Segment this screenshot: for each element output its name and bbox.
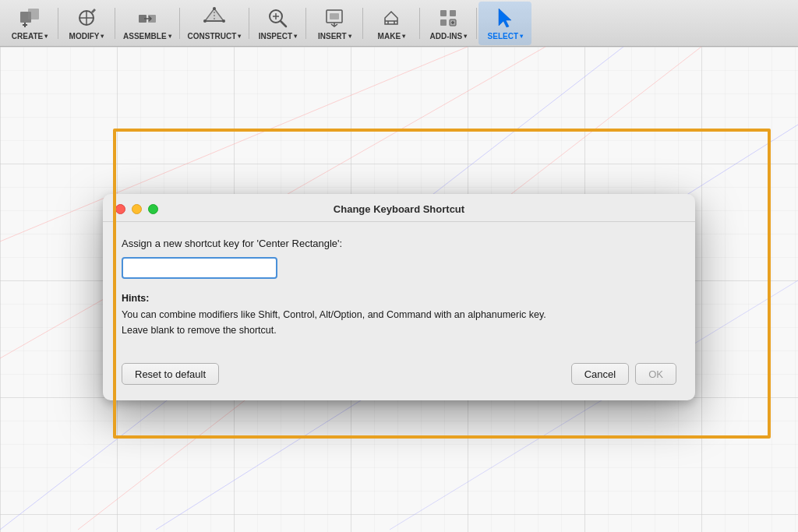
hints-title: Hints: <box>122 293 676 304</box>
cancel-button[interactable]: Cancel <box>571 363 629 385</box>
button-group-right: Cancel OK <box>571 363 676 385</box>
dialog-title: Change Keyboard Shortcut <box>334 203 464 215</box>
minimize-button[interactable] <box>132 204 142 214</box>
reset-to-default-button[interactable]: Reset to default <box>122 363 219 385</box>
shortcut-input[interactable] <box>122 257 277 279</box>
hints-section: Hints: You can combine modifiers like Sh… <box>122 293 676 338</box>
hints-line1: You can combine modifiers like Shift, Co… <box>122 307 676 322</box>
traffic-lights <box>115 204 158 214</box>
ok-button[interactable]: OK <box>635 363 676 385</box>
modal-backdrop: Change Keyboard Shortcut Assign a new sh… <box>0 0 798 532</box>
shortcut-label: Assign a new shortcut key for 'Center Re… <box>122 238 676 249</box>
dialog-footer: Reset to default Cancel OK <box>103 354 695 400</box>
hints-line2: Leave blank to remove the shortcut. <box>122 322 676 338</box>
dialog-body: Assign a new shortcut key for 'Center Re… <box>103 222 695 354</box>
dialog-titlebar: Change Keyboard Shortcut <box>103 194 695 222</box>
close-button[interactable] <box>115 204 125 214</box>
maximize-button[interactable] <box>148 204 158 214</box>
change-shortcut-dialog: Change Keyboard Shortcut Assign a new sh… <box>103 194 695 400</box>
